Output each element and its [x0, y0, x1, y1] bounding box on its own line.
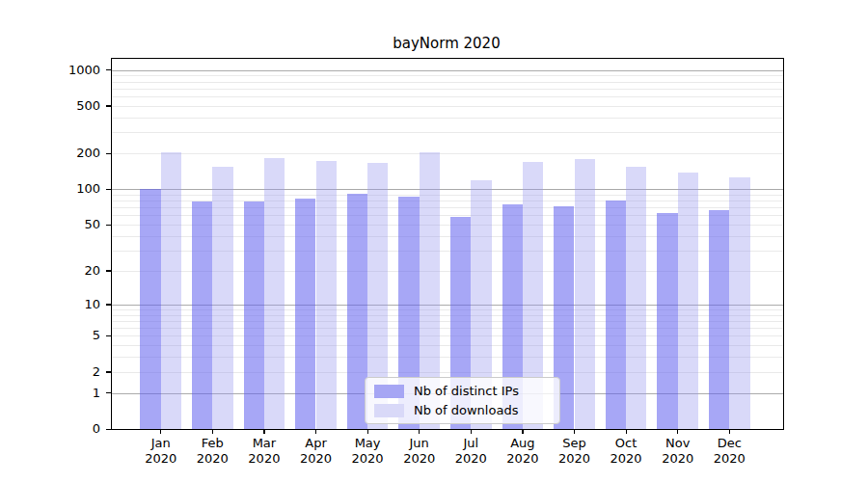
minor-gridline: [112, 89, 783, 90]
figure: bayNorm 2020 01251020501002005001000Jan …: [0, 0, 868, 482]
x-tick-mark: [263, 429, 264, 434]
y-tick-mark: [106, 335, 111, 336]
y-tick-label: 100: [42, 181, 100, 197]
y-tick-mark: [106, 429, 111, 430]
y-tick-label: 20: [42, 263, 100, 279]
bar-downloads: [575, 159, 595, 429]
bar-downloads: [316, 161, 337, 429]
bar-distinct-ips: [657, 213, 677, 429]
y-tick-label: 50: [42, 217, 100, 232]
chart-title: bayNorm 2020: [111, 35, 782, 52]
x-tick-mark: [419, 429, 420, 434]
bar-distinct-ips: [140, 189, 160, 429]
minor-gridline: [112, 153, 783, 154]
y-tick-mark: [106, 153, 111, 154]
y-tick-label: 1: [42, 386, 100, 401]
y-tick-mark: [106, 105, 111, 106]
plot-area: 01251020501002005001000Jan 2020Feb 2020M…: [111, 58, 784, 430]
bar-downloads: [729, 177, 749, 429]
x-tick-mark: [626, 429, 627, 434]
legend: Nb of distinct IPs Nb of downloads: [365, 377, 560, 424]
bar-distinct-ips: [709, 210, 729, 429]
bar-downloads: [264, 158, 285, 429]
bar-downloads: [212, 167, 232, 429]
major-gridline: [112, 70, 783, 71]
legend-item-distinct-ips: Nb of distinct IPs: [374, 384, 551, 398]
y-tick-mark: [106, 392, 111, 393]
y-tick-label: 500: [42, 98, 100, 114]
bar-distinct-ips: [606, 201, 626, 429]
y-tick-label: 200: [42, 146, 100, 161]
minor-gridline: [112, 132, 783, 133]
minor-gridline: [112, 118, 783, 119]
bar-downloads: [678, 173, 698, 429]
x-tick-mark: [574, 429, 575, 434]
y-tick-label: 0: [42, 421, 100, 437]
x-tick-mark: [677, 429, 678, 434]
x-tick-mark: [315, 429, 316, 434]
minor-gridline: [112, 96, 783, 97]
y-tick-mark: [106, 69, 111, 70]
y-tick-mark: [106, 304, 111, 305]
y-tick-label: 1000: [42, 63, 100, 78]
x-tick-mark: [160, 429, 161, 434]
bar-downloads: [161, 152, 181, 429]
legend-label-distinct-ips: Nb of distinct IPs: [414, 384, 519, 398]
x-tick-mark: [212, 429, 213, 434]
bar-downloads: [626, 167, 646, 429]
x-tick-label: Dec 2020: [698, 436, 760, 466]
y-tick-mark: [106, 225, 111, 226]
bar-distinct-ips: [244, 201, 264, 429]
x-tick-mark: [471, 429, 472, 434]
bar-distinct-ips: [192, 201, 212, 429]
y-tick-mark: [106, 189, 111, 190]
y-tick-label: 5: [42, 328, 100, 343]
x-tick-mark: [522, 429, 523, 434]
legend-swatch-distinct-ips: [374, 385, 404, 398]
y-tick-mark: [106, 270, 111, 271]
y-tick-label: 10: [42, 297, 100, 312]
minor-gridline: [112, 106, 783, 107]
bar-distinct-ips: [295, 199, 315, 429]
x-tick-mark: [729, 429, 730, 434]
legend-item-downloads: Nb of downloads: [374, 403, 551, 417]
legend-swatch-downloads: [374, 404, 404, 417]
y-tick-label: 2: [42, 364, 100, 380]
minor-gridline: [112, 75, 783, 76]
legend-label-downloads: Nb of downloads: [414, 403, 518, 417]
x-tick-mark: [367, 429, 368, 434]
y-tick-mark: [106, 371, 111, 372]
minor-gridline: [112, 82, 783, 83]
